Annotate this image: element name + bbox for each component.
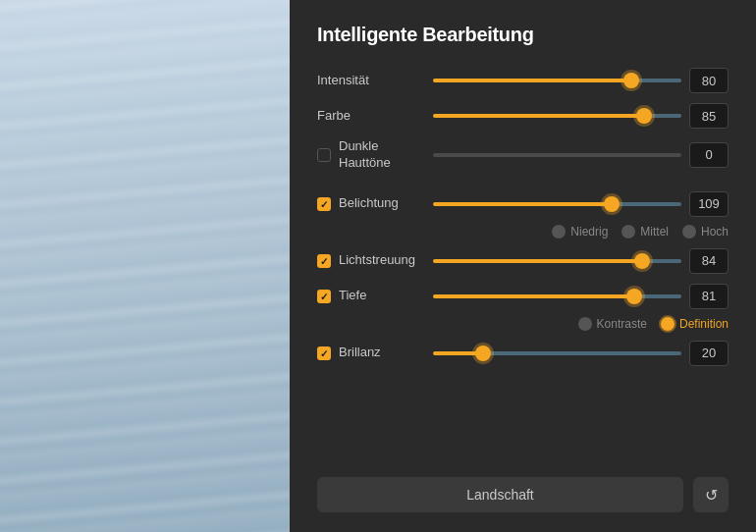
- checkbox-brillanz[interactable]: [317, 346, 331, 360]
- thumb-brillanz[interactable]: [475, 346, 491, 361]
- label-tiefe: Tiefe: [317, 288, 425, 304]
- value-intensitaet[interactable]: 80: [689, 68, 729, 93]
- label-dunkle: Dunkle Hauttöne: [317, 138, 425, 172]
- track-lichtstreuung: [433, 259, 681, 263]
- radio-dot-niedrig: [552, 225, 566, 239]
- value-lichtstreuung[interactable]: 84: [689, 248, 729, 274]
- slider-row-intensitaet: Intensität 80: [317, 68, 729, 93]
- radio-hoch[interactable]: Hoch: [682, 225, 729, 239]
- radio-kontraste[interactable]: Kontraste: [578, 317, 647, 331]
- slider-row-belichtung: Belichtung 109: [317, 191, 729, 217]
- radio-dot-mittel: [621, 225, 635, 239]
- thumb-intensitaet[interactable]: [623, 73, 639, 88]
- right-panel: Intelligente Bearbeitung Intensität 80 F…: [290, 0, 756, 532]
- slider-row-dunkle: Dunkle Hauttöne 0: [317, 138, 729, 172]
- bottom-bar: Landschaft ↺: [317, 477, 729, 512]
- track-belichtung: [433, 202, 681, 206]
- radio-mittel[interactable]: Mittel: [621, 225, 669, 239]
- slider-belichtung[interactable]: [433, 194, 681, 214]
- slider-brillanz[interactable]: [433, 344, 681, 363]
- radio-row-belichtung: Niedrig Mittel Hoch: [317, 225, 729, 239]
- thumb-tiefe[interactable]: [626, 289, 642, 304]
- thumb-farbe[interactable]: [636, 108, 652, 124]
- panel-title: Intelligente Bearbeitung: [317, 24, 729, 46]
- track-dunkle: [433, 153, 681, 157]
- thumb-belichtung[interactable]: [604, 196, 620, 212]
- value-belichtung[interactable]: 109: [689, 191, 729, 217]
- track-brillanz: [433, 351, 681, 355]
- slider-row-farbe: Farbe 85: [317, 103, 729, 129]
- reset-button[interactable]: ↺: [693, 477, 729, 512]
- radio-dot-kontraste: [578, 317, 592, 331]
- value-brillanz[interactable]: 20: [689, 341, 729, 366]
- radio-dot-hoch: [682, 225, 696, 239]
- preset-button[interactable]: Landschaft: [317, 477, 683, 512]
- image-preview: [0, 0, 290, 532]
- label-brillanz: Brillanz: [317, 345, 425, 361]
- label-farbe: Farbe: [317, 108, 425, 125]
- checkbox-tiefe[interactable]: [317, 290, 331, 303]
- label-intensitaet: Intensität: [317, 73, 425, 89]
- slider-intensitaet[interactable]: [433, 71, 681, 90]
- slider-dunkle[interactable]: [433, 145, 681, 165]
- value-tiefe[interactable]: 81: [689, 284, 729, 309]
- slider-row-lichtstreuung: Lichtstreuung 84: [317, 248, 729, 274]
- slider-farbe[interactable]: [433, 106, 681, 126]
- label-lichtstreuung: Lichtstreuung: [317, 252, 425, 269]
- slider-row-brillanz: Brillanz 20: [317, 341, 729, 366]
- radio-definition[interactable]: Definition: [661, 317, 729, 331]
- track-intensitaet: [433, 79, 681, 82]
- radio-dot-definition: [661, 317, 675, 331]
- checkbox-lichtstreuung[interactable]: [317, 254, 331, 268]
- slider-lichtstreuung[interactable]: [433, 251, 681, 271]
- radio-niedrig[interactable]: Niedrig: [552, 225, 608, 239]
- slider-tiefe[interactable]: [433, 287, 681, 306]
- value-dunkle[interactable]: 0: [689, 142, 729, 168]
- track-farbe: [433, 114, 681, 118]
- value-farbe[interactable]: 85: [689, 103, 729, 129]
- slider-row-tiefe: Tiefe 81: [317, 284, 729, 309]
- checkbox-belichtung[interactable]: [317, 197, 331, 211]
- thumb-lichtstreuung[interactable]: [634, 253, 650, 269]
- radio-row-tiefe: Kontraste Definition: [317, 317, 729, 331]
- track-tiefe: [433, 294, 681, 298]
- label-belichtung: Belichtung: [317, 195, 425, 212]
- controls-area: Intensität 80 Farbe 85: [317, 68, 729, 465]
- checkbox-dunkle[interactable]: [317, 148, 331, 162]
